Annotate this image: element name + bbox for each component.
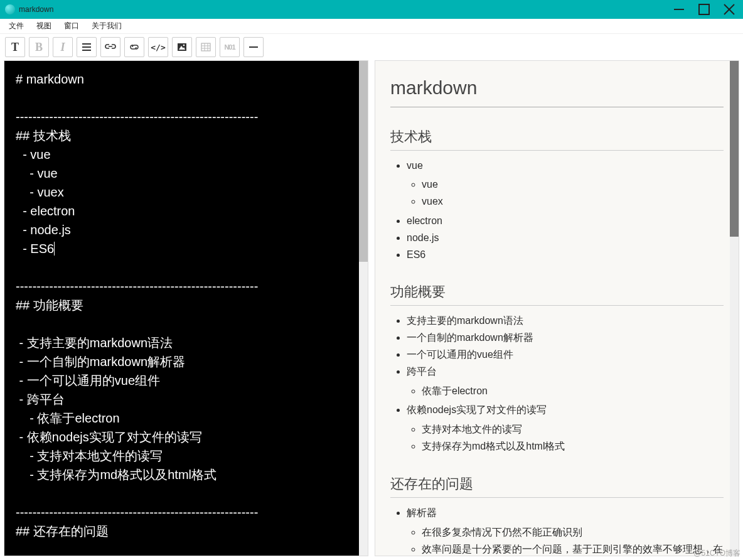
list-item: vuex (422, 194, 724, 210)
minimize-button[interactable] (673, 3, 685, 16)
watermark: @51CTO博客 (693, 548, 740, 559)
heading-icon: T (11, 41, 19, 54)
heading-button[interactable]: T (5, 37, 25, 57)
preview-h2: 还存在的问题 (390, 473, 724, 498)
bold-icon: B (35, 41, 43, 54)
titlebar: markdown (0, 0, 743, 19)
svg-point-9 (183, 45, 185, 46)
list-item: 效率问题是十分紧要的一个问题，基于正则引擎的效率不够理想，在文件变大的情况下会卡… (422, 542, 724, 556)
list-item: 依靠于electron (422, 384, 724, 399)
hr-button[interactable] (243, 37, 264, 57)
italic-icon: I (60, 41, 65, 54)
numbered-icon: N01 (224, 43, 235, 51)
preview-scrollbar-thumb[interactable] (730, 61, 739, 237)
editor-scrollbar[interactable] (359, 61, 368, 556)
image-icon (176, 41, 188, 53)
menu-file[interactable]: 文件 (3, 19, 30, 33)
bold-button[interactable]: B (29, 37, 49, 57)
preview-list: 支持主要的markdown语法一个自制的markdown解析器一个可以通用的vu… (390, 313, 724, 454)
list-item: vue (422, 177, 724, 193)
link-button[interactable] (100, 37, 120, 57)
app-icon (5, 4, 15, 14)
list-item: ES6 (407, 247, 724, 263)
preview-list: 依靠于electron (407, 384, 724, 399)
preview-h2: 功能概要 (390, 281, 724, 306)
maximize-button[interactable] (698, 3, 710, 16)
editor[interactable]: # markdown -----------------------------… (4, 61, 368, 556)
list-item: 支持主要的markdown语法 (407, 313, 724, 329)
list-item: 解析器在很多复杂情况下仍然不能正确识别效率问题是十分紧要的一个问题，基于正则引擎… (407, 505, 724, 556)
toolbar: T B I </> N01 (0, 34, 743, 60)
menubar: 文件 视图 窗口 关于我们 (0, 19, 743, 34)
list-item: 支持保存为md格式以及html格式 (422, 439, 724, 455)
hr-icon (248, 41, 259, 53)
editor-scrollbar-thumb[interactable] (359, 61, 368, 262)
list-item: 一个可以通用的vue组件 (407, 347, 724, 363)
link-icon (105, 41, 116, 53)
preview-list: 在很多复杂情况下仍然不能正确识别效率问题是十分紧要的一个问题，基于正则引擎的效率… (407, 525, 724, 556)
close-button[interactable] (723, 3, 735, 16)
list-item: node.js (407, 230, 724, 246)
preview-h2: 技术栈 (390, 126, 724, 151)
table-button[interactable] (196, 37, 216, 57)
list-button[interactable] (77, 37, 97, 57)
svg-rect-10 (201, 43, 210, 51)
menu-window[interactable]: 窗口 (58, 19, 85, 33)
anchor-icon (129, 41, 140, 53)
list-item: 一个自制的markdown解析器 (407, 330, 724, 346)
svg-rect-1 (699, 4, 709, 14)
menu-about[interactable]: 关于我们 (85, 19, 128, 33)
list-item: 支持对本地文件的读写 (422, 422, 724, 438)
preview-scrollbar[interactable] (730, 61, 739, 556)
menu-view[interactable]: 视图 (30, 19, 58, 33)
preview-list: vuevuex (407, 177, 724, 210)
code-icon: </> (151, 43, 165, 52)
editor-pane: # markdown -----------------------------… (4, 60, 368, 556)
window-controls (673, 3, 735, 16)
preview: markdown 技术栈vuevuevuexelectronnode.jsES6… (375, 61, 739, 556)
preview-list: 解析器在很多复杂情况下仍然不能正确识别效率问题是十分紧要的一个问题，基于正则引擎… (390, 505, 724, 556)
list-item: vuevuevuex (407, 158, 724, 210)
table-icon (200, 41, 211, 53)
list-item: 依赖nodejs实现了对文件的读写支持对本地文件的读写支持保存为md格式以及ht… (407, 402, 724, 454)
code-button[interactable]: </> (148, 37, 168, 57)
preview-pane: markdown 技术栈vuevuevuexelectronnode.jsES6… (375, 60, 739, 556)
italic-button[interactable]: I (53, 37, 73, 57)
list-item: 在很多复杂情况下仍然不能正确识别 (422, 525, 724, 541)
anchor-button[interactable] (124, 37, 144, 57)
list-item: electron (407, 213, 724, 229)
preview-list: 支持对本地文件的读写支持保存为md格式以及html格式 (407, 422, 724, 455)
columns: # markdown -----------------------------… (0, 60, 743, 560)
preview-list: vuevuevuexelectronnode.jsES6 (390, 158, 724, 263)
list-icon (81, 41, 92, 53)
window-title: markdown (19, 5, 53, 14)
numbered-button[interactable]: N01 (220, 37, 240, 57)
list-item: 跨平台依靠于electron (407, 364, 724, 399)
preview-h1: markdown (390, 73, 724, 107)
image-button[interactable] (172, 37, 192, 57)
